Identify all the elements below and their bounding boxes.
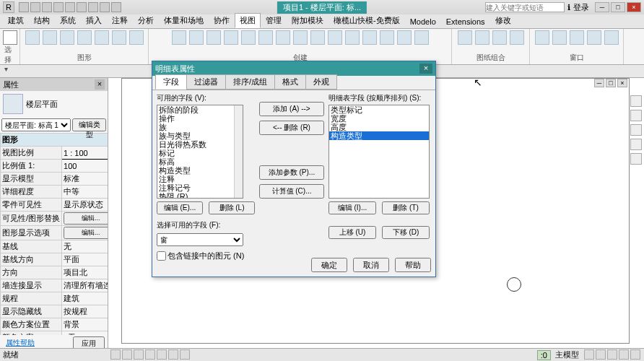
property-value[interactable]: 项目北 bbox=[62, 266, 108, 279]
ribbon-tab[interactable]: 体量和场地 bbox=[159, 13, 209, 28]
qat-icon[interactable] bbox=[77, 2, 87, 12]
detail-icon[interactable] bbox=[122, 349, 132, 360]
list-item[interactable]: 宽度 bbox=[329, 114, 429, 123]
ribbon-icon[interactable] bbox=[458, 30, 472, 45]
ribbon-tab[interactable]: 管理 bbox=[261, 13, 287, 28]
dialog-close-icon[interactable]: × bbox=[419, 64, 432, 74]
move-down-button[interactable]: 下移 (D) bbox=[382, 226, 430, 239]
ribbon-tab[interactable]: 建筑 bbox=[3, 13, 29, 28]
calc-value-button[interactable]: 计算值 (C)... bbox=[259, 184, 324, 199]
qat-redo-icon[interactable] bbox=[53, 2, 64, 12]
search-input[interactable] bbox=[485, 2, 565, 12]
nav-cube-icon[interactable] bbox=[630, 110, 642, 121]
delete-right-button[interactable]: 删除 (T) bbox=[382, 201, 430, 214]
list-item[interactable]: 构造类型 bbox=[329, 131, 429, 140]
add-button[interactable]: 添加 (A) --> bbox=[259, 102, 324, 116]
property-value[interactable]: 无 bbox=[62, 240, 108, 253]
ribbon-icon[interactable] bbox=[224, 30, 238, 45]
move-up-button[interactable]: 上移 (U) bbox=[328, 226, 376, 239]
list-item[interactable]: 拆除的阶段 bbox=[157, 105, 243, 114]
list-item[interactable]: 日光得热系数 bbox=[157, 140, 243, 149]
property-edit-button[interactable]: 编辑... bbox=[64, 212, 108, 225]
minimize-button[interactable]: ─ bbox=[595, 2, 609, 12]
remove-button[interactable]: <-- 删除 (R) bbox=[259, 121, 324, 135]
ribbon-icon[interactable] bbox=[112, 30, 126, 45]
dialog-tab[interactable]: 外观 bbox=[305, 74, 337, 90]
dialog-tab[interactable]: 过滤器 bbox=[186, 74, 226, 90]
ribbon-icon[interactable] bbox=[380, 30, 394, 45]
property-value[interactable]: 显示原状态 bbox=[62, 199, 108, 212]
edit-right-button[interactable]: 编辑 (I)... bbox=[328, 201, 376, 214]
property-value[interactable]: 编辑... bbox=[62, 212, 108, 226]
dialog-tab[interactable]: 格式 bbox=[274, 74, 306, 90]
property-value[interactable]: 按规程 bbox=[62, 305, 108, 318]
ribbon-icon[interactable] bbox=[362, 30, 377, 45]
ribbon-icon[interactable] bbox=[535, 30, 549, 45]
app-menu-button[interactable]: R bbox=[3, 1, 14, 13]
ribbon-tab[interactable]: Modelo bbox=[405, 15, 441, 28]
list-item[interactable]: 操作 bbox=[157, 114, 243, 123]
list-item[interactable]: 族与类型 bbox=[157, 131, 243, 140]
visual-style-icon[interactable] bbox=[134, 349, 144, 360]
qat-open-icon[interactable] bbox=[19, 2, 29, 12]
ribbon-tab[interactable]: 附加模块 bbox=[287, 13, 328, 28]
property-value[interactable]: 背景 bbox=[62, 318, 108, 331]
property-value[interactable]: 建筑 bbox=[62, 292, 108, 305]
selection-count[interactable]: :0 bbox=[537, 350, 551, 360]
qat-save-icon[interactable] bbox=[30, 2, 40, 12]
ribbon-icon[interactable] bbox=[189, 30, 204, 45]
cancel-button[interactable]: 取消 bbox=[353, 258, 389, 272]
ribbon-icon[interactable] bbox=[552, 30, 567, 45]
available-fields-listbox[interactable]: 拆除的阶段操作族族与类型日光得热系数标记标高构造类型注释注释记号热阻 (R)类型… bbox=[157, 105, 243, 199]
ribbon-tab[interactable]: 协作 bbox=[209, 13, 235, 28]
property-value[interactable]: 清理所有墙连... bbox=[62, 279, 108, 292]
ribbon-icon[interactable] bbox=[510, 30, 524, 45]
list-item[interactable]: 高度 bbox=[329, 123, 429, 131]
status-icon[interactable] bbox=[596, 349, 606, 360]
view-close-icon[interactable]: × bbox=[617, 79, 627, 87]
sun-icon[interactable] bbox=[145, 349, 155, 360]
schedule-fields-listbox[interactable]: 类型标记宽度高度构造类型 bbox=[328, 105, 430, 199]
ribbon-icon[interactable] bbox=[475, 30, 489, 45]
nav-home-icon[interactable] bbox=[630, 95, 642, 107]
edit-type-button[interactable]: 编辑类型 bbox=[72, 118, 106, 131]
property-edit-button[interactable]: 编辑... bbox=[64, 227, 108, 239]
ribbon-icon[interactable] bbox=[25, 30, 40, 45]
list-item[interactable]: 热阻 (R) bbox=[157, 192, 243, 199]
ribbon-icon[interactable] bbox=[172, 30, 186, 45]
add-param-button[interactable]: 添加参数 (P)... bbox=[259, 165, 324, 180]
hide-icon[interactable] bbox=[180, 349, 190, 360]
property-value[interactable]: 中等 bbox=[62, 186, 108, 199]
list-item[interactable]: 注释 bbox=[157, 175, 243, 183]
ok-button[interactable]: 确定 bbox=[311, 258, 347, 272]
modify-icon[interactable] bbox=[3, 30, 17, 45]
ribbon-tab[interactable]: 插入 bbox=[81, 13, 107, 28]
qat-undo-icon[interactable] bbox=[42, 2, 52, 12]
ribbon-icon[interactable] bbox=[258, 30, 273, 45]
ribbon-icon[interactable] bbox=[129, 30, 144, 45]
nav-zoom-icon[interactable] bbox=[630, 153, 642, 165]
qat-icon[interactable] bbox=[100, 2, 110, 12]
login-label[interactable]: 登录 bbox=[573, 2, 589, 13]
view-max-icon[interactable]: □ bbox=[606, 79, 616, 87]
list-item[interactable]: 注释记号 bbox=[157, 183, 243, 192]
type-selector[interactable]: 楼层平面: 标高 1 bbox=[1, 118, 71, 131]
property-value[interactable]: 平面 bbox=[62, 253, 108, 266]
info-icon[interactable]: ℹ bbox=[567, 3, 570, 12]
include-linked-checkbox[interactable] bbox=[157, 251, 166, 261]
scrollbar[interactable] bbox=[234, 105, 243, 198]
qat-icon[interactable] bbox=[111, 2, 121, 12]
ribbon-icon[interactable] bbox=[570, 30, 584, 45]
ribbon-icon[interactable] bbox=[60, 30, 74, 45]
ribbon-tab[interactable]: 结构 bbox=[29, 13, 55, 28]
status-icon[interactable] bbox=[607, 349, 617, 360]
dialog-titlebar[interactable]: 明细表属性 × bbox=[152, 61, 435, 76]
status-icon[interactable] bbox=[630, 349, 640, 360]
ribbon-icon[interactable] bbox=[276, 30, 290, 45]
list-item[interactable]: 构造类型 bbox=[157, 166, 243, 175]
status-icon[interactable] bbox=[619, 349, 629, 360]
list-item[interactable]: 标记 bbox=[157, 149, 243, 157]
ribbon-icon[interactable] bbox=[43, 30, 57, 45]
property-value[interactable]: 编辑... bbox=[62, 226, 108, 240]
ribbon-tab[interactable]: 系统 bbox=[55, 13, 81, 28]
